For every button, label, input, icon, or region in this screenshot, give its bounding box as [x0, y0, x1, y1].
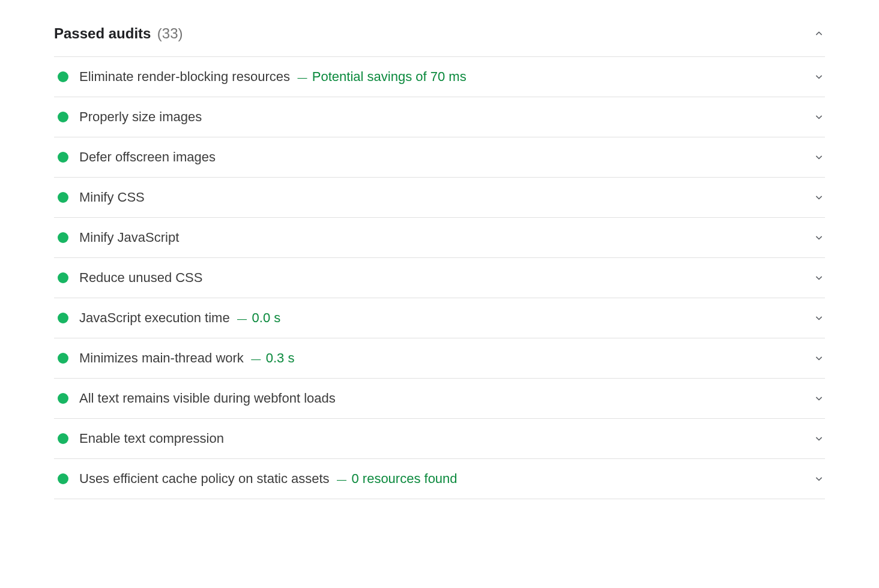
audit-row[interactable]: Properly size images — [54, 97, 825, 137]
section-title-wrap: Passed audits (33) — [54, 25, 183, 42]
audit-row-left: Enable text compression — [54, 431, 224, 446]
audit-row[interactable]: Uses efficient cache policy on static as… — [54, 459, 825, 499]
audit-title: JavaScript execution time — [79, 310, 230, 325]
chevron-down-icon — [813, 272, 825, 284]
audit-detail: Potential savings of 70 ms — [312, 69, 467, 84]
audit-row-left: Minify JavaScript — [54, 230, 179, 245]
detail-dash: — — [235, 314, 250, 324]
audit-text: Eliminate render-blocking resources — Po… — [79, 69, 467, 85]
audit-text: JavaScript execution time — 0.0 s — [79, 310, 280, 326]
chevron-down-icon — [813, 352, 825, 364]
audit-row-left: JavaScript execution time — 0.0 s — [54, 310, 280, 326]
chevron-down-icon — [813, 433, 825, 445]
audit-text: Minimizes main-thread work — 0.3 s — [79, 350, 294, 366]
chevron-down-icon — [813, 392, 825, 404]
audit-detail: 0.3 s — [266, 350, 295, 365]
audit-row-left: Eliminate render-blocking resources — Po… — [54, 69, 467, 85]
chevron-down-icon — [813, 151, 825, 163]
pass-status-dot-icon — [58, 112, 68, 122]
passed-audits-header[interactable]: Passed audits (33) — [54, 18, 825, 56]
pass-status-dot-icon — [58, 232, 68, 243]
pass-status-dot-icon — [58, 433, 68, 444]
audit-text: Minify CSS — [79, 190, 145, 205]
audit-detail: 0.0 s — [252, 310, 281, 325]
audit-row-left: Defer offscreen images — [54, 149, 216, 165]
pass-status-dot-icon — [58, 473, 68, 484]
chevron-down-icon — [813, 111, 825, 123]
chevron-down-icon — [813, 312, 825, 324]
audit-row-left: Properly size images — [54, 109, 202, 125]
pass-status-dot-icon — [58, 71, 68, 82]
audit-list: Eliminate render-blocking resources — Po… — [54, 56, 825, 499]
audit-row[interactable]: Minify JavaScript — [54, 218, 825, 258]
chevron-down-icon — [813, 232, 825, 244]
audit-title: Reduce unused CSS — [79, 270, 202, 285]
detail-dash: — — [334, 475, 349, 485]
audit-row[interactable]: Enable text compression — [54, 419, 825, 459]
audit-title: Eliminate render-blocking resources — [79, 69, 290, 84]
detail-dash: — — [295, 73, 310, 83]
audit-text: Defer offscreen images — [79, 149, 216, 165]
audit-row[interactable]: Reduce unused CSS — [54, 258, 825, 298]
section-count: (33) — [157, 25, 183, 41]
pass-status-dot-icon — [58, 393, 68, 404]
audit-row-left: Uses efficient cache policy on static as… — [54, 471, 458, 487]
pass-status-dot-icon — [58, 313, 68, 323]
section-title: Passed audits — [54, 25, 151, 41]
audit-row[interactable]: Minify CSS — [54, 178, 825, 218]
chevron-down-icon — [813, 191, 825, 203]
audit-text: Reduce unused CSS — [79, 270, 202, 286]
audit-detail: 0 resources found — [351, 471, 457, 486]
audit-row[interactable]: Eliminate render-blocking resources — Po… — [54, 57, 825, 97]
chevron-down-icon — [813, 71, 825, 83]
audit-title: Uses efficient cache policy on static as… — [79, 471, 330, 486]
audit-text: Minify JavaScript — [79, 230, 179, 245]
audit-row[interactable]: All text remains visible during webfont … — [54, 379, 825, 419]
audit-title: Enable text compression — [79, 431, 224, 446]
pass-status-dot-icon — [58, 152, 68, 163]
chevron-up-icon — [813, 28, 825, 40]
audit-title: Properly size images — [79, 109, 202, 124]
audit-title: Defer offscreen images — [79, 149, 216, 164]
audit-row-left: Minify CSS — [54, 190, 145, 205]
audit-text: Enable text compression — [79, 431, 224, 446]
audit-row[interactable]: Minimizes main-thread work — 0.3 s — [54, 338, 825, 379]
audit-title: All text remains visible during webfont … — [79, 391, 336, 406]
audit-row-left: Minimizes main-thread work — 0.3 s — [54, 350, 294, 366]
pass-status-dot-icon — [58, 353, 68, 364]
audit-row[interactable]: JavaScript execution time — 0.0 s — [54, 298, 825, 338]
audit-row-left: Reduce unused CSS — [54, 270, 202, 286]
audit-title: Minimizes main-thread work — [79, 350, 244, 365]
audit-row-left: All text remains visible during webfont … — [54, 391, 336, 406]
detail-dash: — — [249, 354, 264, 364]
chevron-down-icon — [813, 473, 825, 485]
audit-text: All text remains visible during webfont … — [79, 391, 336, 406]
pass-status-dot-icon — [58, 272, 68, 283]
pass-status-dot-icon — [58, 192, 68, 203]
audit-row[interactable]: Defer offscreen images — [54, 137, 825, 178]
audit-text: Properly size images — [79, 109, 202, 125]
audit-title: Minify JavaScript — [79, 230, 179, 245]
audit-text: Uses efficient cache policy on static as… — [79, 471, 458, 487]
audit-title: Minify CSS — [79, 190, 145, 205]
